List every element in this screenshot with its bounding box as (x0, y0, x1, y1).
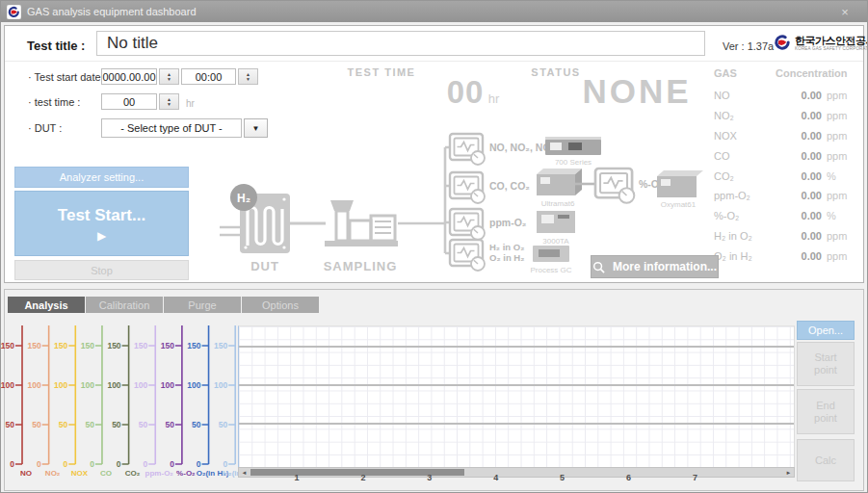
y-tick-label: 100 (1, 380, 14, 390)
analyzer-icon (450, 209, 485, 240)
h2-badge: H₂ (230, 184, 257, 211)
tab-analysis[interactable]: Analysis (8, 297, 85, 313)
test-time-value: 00 hr (417, 74, 529, 111)
tab-options[interactable]: Options (242, 297, 319, 313)
gas-row: H₂ in O₂0.00ppm (700, 226, 860, 246)
app-logo-icon (7, 5, 21, 19)
window-title: GAS analysis equipment dashboard (27, 6, 829, 17)
y-tick-label: 50 (192, 420, 201, 429)
tab-calibration[interactable]: Calibration (86, 297, 163, 313)
y-tick-label: 0 (90, 459, 94, 469)
y-tick-label: 100 (81, 380, 94, 390)
x-tick-label: 1 (294, 473, 299, 482)
y-tick-label: 0 (144, 459, 148, 469)
y-tick-label: 50 (32, 420, 41, 429)
x-tick-label: 2 (360, 473, 365, 482)
device-3000ta: 3000TA (537, 211, 575, 246)
end-point-button[interactable]: End point (797, 389, 855, 434)
start-clock-input[interactable]: 00:00 (181, 68, 236, 85)
x-tick-label: 5 (560, 473, 565, 482)
titlebar: GAS analysis equipment dashboard × (1, 1, 867, 22)
gas-column-header: GAS (700, 67, 776, 79)
gas-row: NO₂0.00ppm (700, 106, 860, 126)
svg-text:Oxymat61: Oxymat61 (661, 200, 697, 209)
device-ultramat6: Ultramat6 (537, 169, 582, 208)
device-700-series: 700 Series (545, 137, 601, 167)
y-tick-label: 0 (37, 459, 41, 469)
series-label: CO₂ (125, 469, 141, 478)
gas-row: NOX0.00ppm (700, 126, 860, 146)
close-icon[interactable]: × (829, 5, 861, 19)
dut-label: · DUT : (28, 122, 62, 134)
y-tick-label: 100 (214, 380, 227, 390)
chart-side-buttons: Open...Start pointEnd pointCalc (797, 290, 856, 490)
y-tick-label: 100 (27, 380, 40, 390)
y-tick-label: 50 (6, 420, 15, 429)
kgs-logo-icon (773, 33, 792, 52)
series-label: NO₂ (45, 469, 61, 478)
test-title-label: Test title : (27, 39, 85, 53)
series-legend: NONO₂NOXCOCO₂ppm-O₂%-O₂O₂(in H₂)H₂(in O₂… (5, 469, 242, 482)
tab-bar: AnalysisCalibrationPurgeOptions (8, 297, 319, 313)
chart-panel: AnalysisCalibrationPurgeOptions 15010050… (4, 289, 864, 491)
play-icon: ▶ (97, 231, 106, 241)
test-time-spinner[interactable]: ▲▼ (159, 93, 179, 110)
x-axis-ticks: 1234567 (238, 473, 795, 485)
test-title-input[interactable] (96, 31, 705, 56)
manifold-lines (398, 147, 450, 253)
test-start-button[interactable]: Test Start... ▶ (14, 191, 189, 256)
test-title-row: Test title : Ver : 1.37a 한국가스안전공사 KOREA … (5, 26, 863, 62)
y-tick-label: 100 (134, 380, 147, 390)
y-tick-label: 150 (54, 341, 67, 350)
start-date-label: · Test start date : (28, 71, 107, 83)
y-tick-label: 150 (81, 341, 94, 350)
gas-row: %-O₂0.00% (700, 206, 860, 226)
svg-text:700 Series: 700 Series (555, 158, 592, 167)
gas-row: ppm-O₂0.00ppm (700, 186, 860, 206)
y-tick-label: 50 (59, 420, 68, 429)
series-label: ppm-O₂ (145, 469, 173, 478)
analyzer-setting-button[interactable]: Analyzer setting... (14, 167, 189, 188)
y-tick-label: 100 (107, 380, 120, 390)
calc-button[interactable]: Calc (797, 439, 855, 481)
y-tick-label: 50 (139, 420, 148, 429)
major-gridline (239, 423, 794, 425)
y-tick-label: 100 (187, 380, 200, 390)
start-date-input[interactable]: 0000.00.00 (101, 68, 157, 85)
test-time-input[interactable]: 00 (101, 93, 157, 110)
major-gridline (239, 346, 794, 348)
test-time-unit: hr (186, 98, 195, 109)
logo-english-text: KOREA GAS SAFETY CORPORATION (795, 46, 868, 51)
series-label: %-O₂ (176, 469, 196, 478)
y-tick-label: 50 (112, 420, 121, 429)
gas-row: CO₂0.00% (700, 166, 860, 186)
gas-row: O₂ in H₂0.00ppm (700, 246, 860, 266)
kgs-logo: 한국가스안전공사 KOREA GAS SAFETY CORPORATION (773, 33, 868, 52)
y-tick-label: 150 (134, 341, 147, 350)
major-gridline (239, 384, 794, 386)
concentration-column-header: Concentration (776, 67, 848, 79)
y-tick-label: 0 (197, 459, 201, 469)
svg-text:Ultramat6: Ultramat6 (541, 199, 575, 208)
device-process-gc: Process GC (530, 246, 571, 274)
plot-area (238, 325, 795, 467)
open-button[interactable]: Open... (797, 321, 855, 340)
y-tick-label: 150 (27, 341, 40, 350)
analyzer-icon (450, 134, 485, 165)
stop-button[interactable]: Stop (14, 260, 189, 280)
branch-label-co: CO, CO₂ (489, 180, 530, 192)
start-date-spinner[interactable]: ▲▼ (159, 68, 179, 85)
y-tick-label: 0 (223, 459, 227, 469)
start-point-button[interactable]: Start point (797, 342, 855, 386)
spinner-down-icon: ▼ (167, 77, 171, 82)
y-tick-label: 0 (64, 459, 68, 469)
dut-caption: DUT (250, 259, 279, 273)
tab-purge[interactable]: Purge (164, 297, 241, 313)
dashboard-panel: Test title : Ver : 1.37a 한국가스안전공사 KOREA … (4, 25, 864, 283)
x-tick-label: 4 (493, 473, 498, 482)
svg-text:Process GC: Process GC (530, 266, 571, 274)
status-value: NONE (550, 72, 723, 111)
analyzer-icon (595, 169, 634, 203)
start-clock-spinner[interactable]: ▲▼ (238, 68, 258, 85)
process-diagram: H₂ DUT SAMPLING NO, NO₂, NOX CO, (218, 124, 719, 280)
